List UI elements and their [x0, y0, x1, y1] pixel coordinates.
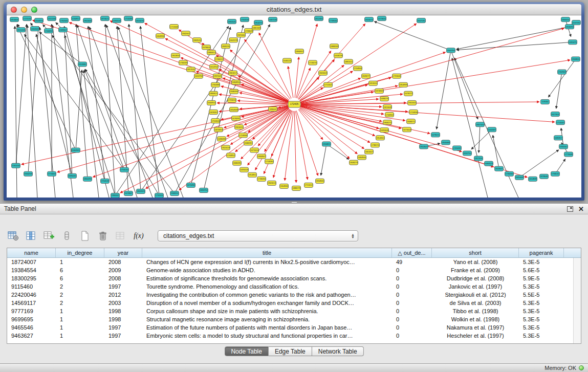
- tab-edge-table[interactable]: Edge Table: [269, 346, 312, 356]
- graph-edge: [301, 102, 539, 104]
- cell-name: 19384554: [7, 267, 56, 273]
- cell-title: Structural magnetic resonance image aver…: [142, 316, 392, 322]
- column-header-out_de[interactable]: △ out_de...: [392, 248, 432, 257]
- graph-node-label: 1684940: [358, 156, 366, 159]
- zoom-window-button[interactable]: [31, 7, 37, 13]
- graph-node-label: 1921619: [222, 146, 230, 149]
- graph-node-label: 1883621: [209, 92, 217, 95]
- column-header-title[interactable]: title: [142, 248, 392, 257]
- trash-icon: [98, 231, 107, 241]
- cell-title: Disruption of a novel member of a sodium…: [142, 300, 392, 306]
- cell-year: 2003: [104, 300, 142, 306]
- cell-name: 18724007: [7, 259, 56, 265]
- minimize-window-button[interactable]: [21, 7, 27, 13]
- graph-node-label: 1756130: [120, 168, 128, 171]
- graph-node-label: 1602578: [229, 39, 237, 41]
- graph-node-label: 1946820: [572, 58, 580, 60]
- tab-node-table[interactable]: Node Table: [224, 346, 269, 356]
- table-row[interactable]: 1938455462009Genome-wide association stu…: [7, 266, 573, 274]
- panel-resize-grip[interactable]: [292, 201, 297, 203]
- close-window-button[interactable]: [11, 7, 17, 13]
- graph-edge: [39, 32, 80, 63]
- cell-pagerank: 5.3E-5: [519, 283, 564, 290]
- close-panel-icon[interactable]: ✕: [578, 206, 584, 212]
- table-row[interactable]: 969969511998Structural magnetic resonanc…: [7, 315, 573, 323]
- graph-node-label: 1925340: [237, 34, 245, 36]
- table-row[interactable]: 946362711997Embryonic stem cells: a mode…: [7, 332, 573, 340]
- graph-node-label: 1857031: [187, 68, 195, 71]
- column-header-filler: [564, 248, 581, 257]
- graph-node-label: 1739584: [329, 19, 337, 22]
- graph-edge: [548, 61, 574, 97]
- column-header-in_degree[interactable]: in_degree: [56, 248, 104, 257]
- tab-network-table[interactable]: Network Table: [312, 346, 364, 356]
- network-view-canvas[interactable]: 1724051853406172153319048731651208178234…: [7, 15, 581, 198]
- cell-name: 9699695: [7, 316, 56, 322]
- delete-column-button[interactable]: [60, 229, 74, 243]
- graph-node-label: 1868285: [233, 162, 241, 164]
- cell-title: Investigating the contribution of common…: [142, 292, 392, 298]
- float-panel-icon[interactable]: [567, 206, 573, 212]
- graph-node-label: 1710045: [556, 121, 564, 124]
- table-panel: Table Panel ✕: [0, 203, 588, 363]
- graph-edge: [301, 28, 564, 102]
- graph-node-label: 1744952: [227, 154, 235, 157]
- citation-network-graph[interactable]: 1724051853406172153319048731651208178234…: [7, 15, 581, 198]
- graph-node-label: 1731606: [393, 75, 401, 77]
- graph-edge: [295, 111, 308, 180]
- toggle-columns-button[interactable]: [24, 229, 38, 243]
- column-header-name[interactable]: name: [7, 248, 56, 257]
- graph-edge: [88, 26, 104, 179]
- window-titlebar[interactable]: citations_edges.txt: [7, 4, 581, 15]
- memory-ok-indicator-icon: [579, 365, 584, 370]
- cell-short: Yano et al. (2008): [432, 259, 519, 265]
- graph-edge: [84, 70, 123, 167]
- table-row[interactable]: 1456911722003Disruption of a novel membe…: [7, 299, 573, 307]
- cell-title: Embryonic stem cells: a model to study s…: [142, 333, 392, 339]
- create-table-button[interactable]: [78, 229, 92, 243]
- column-header-pagerank[interactable]: pagerank: [519, 248, 564, 257]
- cell-in_degree: 6: [56, 267, 104, 273]
- import-table-button[interactable]: [114, 229, 128, 243]
- graph-node-label: 1860294: [83, 178, 92, 180]
- graph-node-label: 1678272: [404, 92, 412, 95]
- cell-title: Changes of HCN gene expression and I(f) …: [142, 259, 392, 265]
- table-options-button[interactable]: [6, 229, 20, 243]
- table-row[interactable]: 2242004622012Investigating the contribut…: [7, 291, 573, 299]
- graph-node-label: 1687139: [269, 18, 277, 21]
- graph-node-label: 1698286: [217, 138, 226, 140]
- add-column-button[interactable]: [42, 229, 56, 243]
- graph-node-label: 1809647: [495, 167, 503, 170]
- table-row[interactable]: 1872400712008Changes of HCN gene express…: [7, 258, 573, 266]
- column-header-year[interactable]: year: [104, 248, 142, 257]
- toggle-columns-icon: [26, 231, 36, 241]
- graph-node-label: 1847195: [417, 19, 425, 22]
- delete-table-button[interactable]: [96, 229, 110, 243]
- table-toolbar: f(x) citations_edges.txt ▲▼: [6, 228, 358, 244]
- table-row[interactable]: 977716911998Corpus callosum shape and si…: [7, 307, 573, 315]
- graph-node-label: 1908283: [230, 90, 238, 93]
- cell-short: Nakamura et al. (1997): [432, 324, 519, 331]
- table-vertical-scrollbar[interactable]: [573, 258, 581, 343]
- table-row[interactable]: 1830029562008Estimation of significance …: [7, 274, 573, 282]
- graph-edge: [93, 106, 288, 177]
- graph-node-label: 1854939: [399, 83, 407, 86]
- graph-edge: [17, 25, 75, 148]
- graph-node-label: 1903468: [442, 141, 450, 144]
- graph-node-label: 1732056: [155, 194, 163, 196]
- graph-edge: [28, 26, 38, 171]
- graph-node-label: 1861617: [229, 72, 237, 74]
- graph-node-label: 1530917: [72, 17, 80, 20]
- table-selector-dropdown[interactable]: citations_edges.txt ▲▼: [158, 230, 358, 242]
- column-header-short[interactable]: short: [432, 248, 519, 257]
- table-row[interactable]: 911546021997Tourette syndrome. Phenomeno…: [7, 282, 573, 291]
- node-table: namein_degreeyeartitle△ out_de...shortpa…: [7, 248, 581, 344]
- table-tabs: Node TableEdge TableNetwork Table: [224, 346, 363, 356]
- cell-short: Wolkin et al. (1998): [432, 316, 519, 322]
- graph-node-label: 1911058: [17, 29, 25, 31]
- table-row[interactable]: 946554611997Estimation of the future num…: [7, 323, 573, 332]
- cell-short: Franke et al. (2009): [432, 267, 519, 273]
- function-builder-button[interactable]: f(x): [132, 229, 146, 243]
- cell-out_de: 0: [392, 333, 432, 339]
- graph-node-label: 1684950: [232, 81, 240, 83]
